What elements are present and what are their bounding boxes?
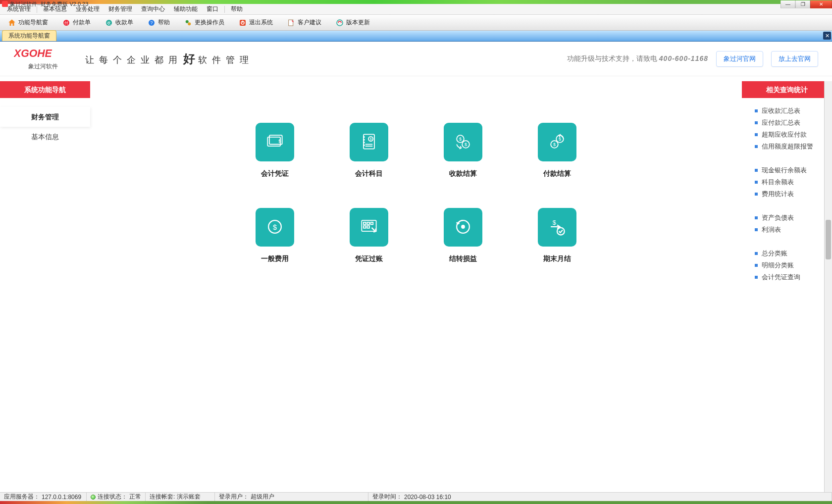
tool-update[interactable]: 版本更新 [332,17,373,29]
link-overdue[interactable]: 超期应收应付款 [755,129,823,141]
svg-rect-10 [242,20,243,23]
tool-help[interactable]: ?帮助 [144,17,173,29]
sidebar-right-header: 相关查询统计 [742,81,832,98]
support-phone: 400-600-1168 [659,54,708,62]
statusbar: 应用服务器：127.0.0.1:8069 连接状态：正常 连接帐套:演示账套 登… [0,492,832,501]
note-icon [287,18,296,27]
subject-icon: $ [358,131,380,154]
carry-icon [452,216,474,239]
secondary-site-button[interactable]: 放上去官网 [771,51,818,67]
exit-icon [238,18,247,27]
sidebar-left-header: 系统功能导航 [0,81,90,98]
logo: XGOHE 象过河软件 [14,47,72,71]
card-pay[interactable]: $$ 付款结算 [525,123,589,178]
card-subject-label: 会计科目 [355,169,383,178]
svg-point-22 [364,136,364,137]
bullet-icon [755,169,758,172]
card-receive[interactable]: $$ 收款结算 [431,123,495,178]
svg-point-25 [364,145,364,146]
bullet-icon [755,121,758,124]
svg-point-43 [462,225,465,228]
svg-point-23 [364,139,364,140]
support-text: 功能升级与技术支持，请致电 400-600-1168 [567,54,708,63]
tab-close-button[interactable]: ✕ [823,32,831,40]
svg-rect-41 [367,226,369,228]
card-post-label: 凭证过账 [355,254,383,263]
tool-exit-label: 退出系统 [249,18,273,27]
status-connection: 连接状态：正常 [87,493,146,501]
money-in-icon: 收 [104,18,113,27]
bullet-icon [755,216,758,219]
tool-receive-bill-label: 收款单 [115,18,133,27]
sidebar-right: 相关查询统计 应收款汇总表 应付款汇总表 超期应收应付款 信用额度超限报警 现金… [742,81,832,493]
expense-icon: $ [264,216,286,239]
svg-text:收: 收 [107,21,111,25]
link-expense-stats[interactable]: 费用统计表 [755,188,823,200]
link-general-ledger[interactable]: 总分类账 [755,248,823,259]
card-monthend[interactable]: $ 期末月结 [525,208,589,263]
window-maximize-button[interactable]: ❐ [795,0,810,8]
bullet-icon [755,276,758,279]
svg-rect-39 [371,222,373,224]
tool-nav-window[interactable]: 功能导航窗 [4,17,52,29]
brand-row: XGOHE 象过河软件 让每个企业都用好软件管理 功能升级与技术支持，请致电 4… [0,42,832,76]
bullet-icon [755,145,758,148]
document-tabbar: 系统功能导航窗 ✕ [0,31,832,42]
tool-exit[interactable]: 退出系统 [235,17,276,29]
link-credit-alarm[interactable]: 信用额度超限报警 [755,141,823,152]
tool-update-label: 版本更新 [346,18,370,27]
tool-nav-window-label: 功能导航窗 [18,18,48,27]
card-post[interactable]: 凭证过账 [337,208,401,263]
tool-pay-bill[interactable]: 付付款单 [58,17,94,29]
window-minimize-button[interactable]: — [780,0,795,8]
link-subject-balance[interactable]: 科目余额表 [755,176,823,188]
link-balance-sheet[interactable]: 资产负债表 [755,212,823,224]
monthend-icon: $ [546,216,568,239]
logo-subtitle: 象过河软件 [28,62,58,71]
svg-text:$: $ [553,142,556,147]
card-subject[interactable]: $ 会计科目 [337,123,401,178]
tab-nav-window[interactable]: 系统功能导航窗 [2,30,56,41]
svg-text:$: $ [273,223,277,231]
bullet-icon [755,193,758,196]
tool-feedback[interactable]: 客户建议 [283,17,325,29]
link-ap-summary[interactable]: 应付款汇总表 [755,117,823,129]
tool-switch-user[interactable]: 更换操作员 [180,17,228,29]
tool-help-label: 帮助 [158,18,170,27]
svg-text:?: ? [150,20,153,25]
svg-text:$: $ [465,142,467,147]
card-expense[interactable]: $ 一般费用 [243,208,307,263]
link-voucher-query[interactable]: 会计凭证查询 [755,271,823,283]
bullet-icon [755,109,758,112]
sidebar-item-finance[interactable]: 财务管理 [0,107,90,127]
switch-user-icon [184,18,193,27]
bullet-icon [755,181,758,184]
svg-text:$: $ [553,219,556,226]
tool-feedback-label: 客户建议 [298,18,321,27]
sidebar-left: 系统功能导航 财务管理 基本信息 [0,81,90,493]
center-area: $ 会计凭证 $ 会计科目 $$ 收款结算 $$ 付款结算 $ 一般费用 [90,81,742,493]
scrollbar[interactable] [824,81,832,493]
house-icon [7,18,16,27]
window-close-button[interactable]: ✕ [810,0,832,8]
link-ar-summary[interactable]: 应收款汇总表 [755,105,823,117]
sidebar-item-baseinfo[interactable]: 基本信息 [0,127,90,147]
status-server: 应用服务器：127.0.0.1:8069 [0,493,87,501]
link-cashbank-balance[interactable]: 现金银行余额表 [755,164,823,176]
link-detail-ledger[interactable]: 明细分类账 [755,259,823,271]
svg-text:$: $ [559,137,561,142]
bullet-icon [755,252,758,255]
toolbar: 功能导航窗 付付款单 收收款单 ?帮助 更换操作员 退出系统 客户建议 版本更新 [0,15,832,31]
tool-receive-bill[interactable]: 收收款单 [101,17,137,29]
status-login-time: 登录时间：2020-08-03 16:10 [368,493,832,501]
card-voucher[interactable]: $ 会计凭证 [243,123,307,178]
svg-rect-17 [364,134,374,149]
update-icon [335,18,344,27]
official-site-button[interactable]: 象过河官网 [716,51,763,67]
pay-icon: $$ [546,131,568,154]
card-carry-label: 结转损益 [449,254,477,263]
card-carry[interactable]: 结转损益 [431,208,495,263]
bullet-icon [755,264,758,267]
link-income-statement[interactable]: 利润表 [755,224,823,236]
status-user: 登录用户：超级用户 [215,493,368,501]
